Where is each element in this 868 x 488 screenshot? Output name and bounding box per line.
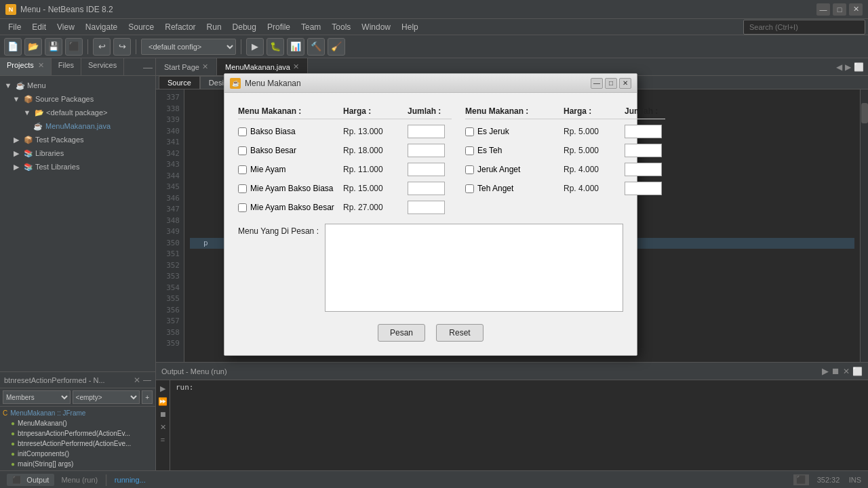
maximize-output-icon[interactable]: ⬜ [852, 367, 863, 376]
redo-btn[interactable]: ↪ [113, 38, 131, 56]
chk-teh-anget[interactable] [465, 184, 474, 193]
dialog-minimize-btn[interactable]: — [591, 78, 603, 89]
run-btn[interactable]: ▶ [246, 38, 264, 56]
chk-es-jeruk[interactable] [465, 127, 474, 136]
output-stop-btn[interactable]: ⏹ [831, 366, 840, 376]
tab-source[interactable]: Source [159, 76, 200, 89]
chk-mie-ayam[interactable] [238, 165, 247, 174]
members-minimize-icon[interactable]: — [143, 375, 151, 385]
qty-mie-ayam[interactable] [408, 163, 445, 176]
member-constructor[interactable]: ● MenuMakanan() [0, 418, 155, 428]
chk-mie-ayam-bakso-besar[interactable] [238, 203, 247, 212]
member-method-btnpesan[interactable]: ● btnpesanActionPerformed(ActionEv... [0, 428, 155, 439]
side-btn-2[interactable]: ⏩ [157, 396, 168, 407]
output-tab-icon[interactable]: ⬛ Output [7, 474, 54, 486]
qty-es-teh[interactable] [625, 144, 662, 157]
price-jeruk-anget: Rp. 4.000 [564, 165, 625, 174]
close-members-icon[interactable]: ✕ [134, 375, 140, 385]
member-class[interactable]: C MenuMakanan :: JFrame [0, 408, 155, 418]
price-mie-ayam-bakso-besar: Rp. 27.000 [343, 203, 408, 212]
tree-item-libraries[interactable]: ▶ 📚 Libraries [0, 146, 155, 160]
members-filter-dropdown[interactable]: <empty> [73, 390, 140, 404]
maximize-button[interactable]: □ [833, 3, 846, 16]
close-projects-icon[interactable]: ✕ [38, 61, 44, 69]
dialog-close-btn[interactable]: ✕ [619, 78, 631, 89]
close-menu-makanan-icon[interactable]: ✕ [293, 62, 299, 71]
member-method-btnreset[interactable]: ● btnresetActionPerformed(ActionEve... [0, 439, 155, 449]
tree-item-menu-makanan-java[interactable]: ☕ MenuMakanan.java [0, 119, 155, 133]
tree-item-test-packages[interactable]: ▶ 📦 Test Packages [0, 133, 155, 146]
members-type-dropdown[interactable]: Members [3, 390, 71, 404]
label-teh-anget: Teh Anget [465, 184, 564, 193]
qty-mie-ayam-bakso-besar[interactable] [408, 201, 445, 214]
close-output-icon[interactable]: ✕ [843, 367, 850, 376]
tree-item-menu[interactable]: ▼ ☕ Menu [0, 79, 155, 92]
order-textarea[interactable] [325, 224, 623, 312]
menu-team[interactable]: Team [296, 21, 326, 33]
menu-help[interactable]: Help [396, 21, 424, 33]
menu-window[interactable]: Window [356, 21, 396, 33]
scroll-right-icon[interactable]: ▶ [845, 62, 851, 72]
maximize-editor-icon[interactable]: ⬜ [854, 62, 864, 72]
qty-es-jeruk[interactable] [625, 125, 662, 138]
tab-files[interactable]: Files [52, 58, 81, 75]
minimize-button[interactable]: — [816, 3, 830, 16]
member-method-main[interactable]: ● main(String[] args) [0, 459, 155, 469]
chk-mie-ayam-bakso-biasa[interactable] [238, 184, 247, 193]
save-btn[interactable]: 💾 [45, 38, 62, 56]
menu-run[interactable]: Run [201, 21, 227, 33]
menu-profile[interactable]: Profile [262, 21, 296, 33]
profile-btn[interactable]: 📊 [287, 38, 304, 56]
scroll-left-icon[interactable]: ◀ [836, 62, 842, 72]
new-project-btn[interactable]: 📄 [4, 38, 22, 56]
output-run-btn[interactable]: ▶ [822, 366, 829, 376]
menu-tools[interactable]: Tools [326, 21, 356, 33]
pesan-button[interactable]: Pesan [378, 324, 425, 342]
chk-jeruk-anget[interactable] [465, 165, 474, 174]
qty-mie-ayam-bakso-biasa[interactable] [408, 182, 445, 195]
search-input[interactable] [743, 20, 865, 35]
close-button[interactable]: ✕ [849, 3, 863, 16]
output-title: Output - Menu (run) [161, 367, 227, 375]
side-btn-3[interactable]: ⏹ [157, 409, 168, 420]
menu-view[interactable]: View [52, 21, 80, 33]
tree-item-source-packages[interactable]: ▼ 📦 Source Packages [0, 92, 155, 106]
menu-source[interactable]: Source [123, 21, 159, 33]
chk-bakso-besar[interactable] [238, 146, 247, 155]
menu-debug[interactable]: Debug [227, 21, 262, 33]
tab-projects[interactable]: Projects ✕ [0, 58, 52, 75]
debug-btn[interactable]: 🐛 [267, 38, 284, 56]
close-start-page-icon[interactable]: ✕ [202, 62, 208, 71]
qty-jeruk-anget[interactable] [625, 163, 662, 176]
scrollbar[interactable] [860, 89, 868, 362]
side-btn-4[interactable]: ✕ [157, 422, 168, 432]
scrollbar-thumb[interactable] [861, 103, 868, 123]
open-btn[interactable]: 📂 [24, 38, 42, 56]
undo-btn[interactable]: ↩ [93, 38, 111, 56]
tab-services[interactable]: Services [81, 58, 124, 75]
menu-file[interactable]: File [3, 21, 26, 33]
member-method-init[interactable]: ● initComponents() [0, 449, 155, 459]
side-btn-1[interactable]: ▶ [157, 383, 168, 394]
save-all-btn[interactable]: ⬛ [65, 38, 83, 56]
members-add-btn[interactable]: + [142, 390, 153, 404]
menu-navigate[interactable]: Navigate [80, 21, 123, 33]
build-btn[interactable]: 🔨 [307, 38, 325, 56]
tree-item-test-libraries[interactable]: ▶ 📚 Test Libraries [0, 160, 155, 174]
dialog-maximize-btn[interactable]: □ [605, 78, 617, 89]
chk-es-teh[interactable] [465, 146, 474, 155]
qty-bakso-biasa[interactable] [408, 125, 445, 138]
menu-edit[interactable]: Edit [26, 21, 52, 33]
expand-icon: ▼ [3, 80, 14, 91]
qty-bakso-besar[interactable] [408, 144, 445, 157]
menu-refactor[interactable]: Refactor [159, 21, 201, 33]
panel-collapse-btn[interactable]: — [143, 62, 153, 73]
tree-item-default-package[interactable]: ▼ 📂 <default package> [0, 106, 155, 119]
tab-start-page[interactable]: Start Page ✕ [156, 58, 217, 75]
side-btn-5[interactable]: = [157, 434, 168, 445]
clean-btn[interactable]: 🧹 [328, 38, 345, 56]
chk-bakso-biasa[interactable] [238, 127, 247, 136]
qty-teh-anget[interactable] [625, 182, 662, 195]
reset-button[interactable]: Reset [436, 324, 484, 342]
config-dropdown[interactable]: <default config> [141, 39, 236, 55]
